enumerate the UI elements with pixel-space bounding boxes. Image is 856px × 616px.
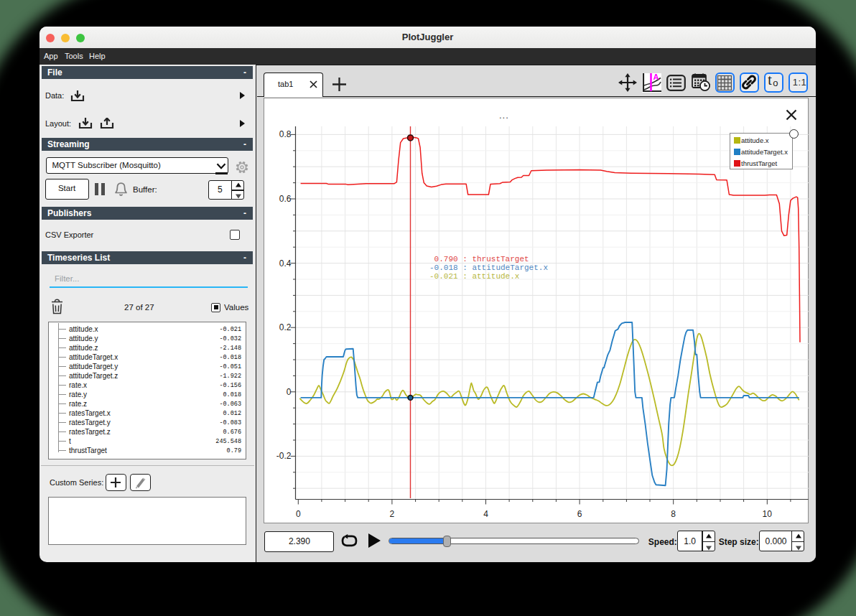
svg-text:0: 0 (287, 387, 292, 397)
svg-text:8: 8 (671, 509, 676, 519)
svg-text:0.6: 0.6 (279, 194, 292, 204)
svg-text:0: 0 (296, 509, 301, 519)
svg-text:0.8: 0.8 (279, 129, 292, 139)
svg-text:6: 6 (577, 509, 582, 519)
svg-text:A: A (653, 73, 659, 81)
svg-text:-0.2: -0.2 (276, 451, 292, 461)
svg-text:10: 10 (763, 509, 773, 519)
svg-text:4: 4 (483, 509, 488, 519)
svg-text:2: 2 (390, 509, 395, 519)
svg-text:0.2: 0.2 (279, 322, 292, 332)
svg-text:0.4: 0.4 (279, 258, 292, 269)
